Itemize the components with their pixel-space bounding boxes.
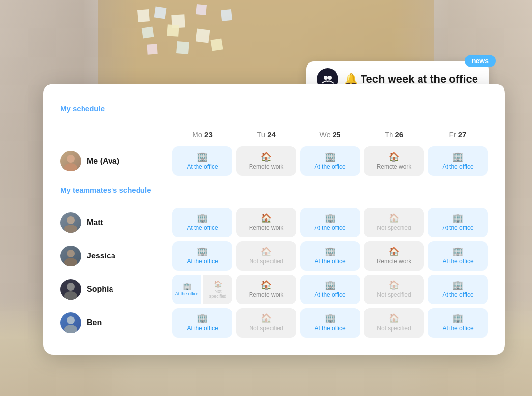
- sophia-fr-label: At the office: [442, 291, 473, 298]
- matt-person-info: Matt: [60, 212, 168, 233]
- jessica-tu-cell[interactable]: 🏠 Not specified: [236, 241, 296, 271]
- ben-tu-cell[interactable]: 🏠 Not specified: [236, 308, 296, 338]
- svg-point-10: [64, 291, 77, 300]
- office-icon: 🏢: [325, 247, 336, 256]
- my-schedule-section: My schedule: [60, 98, 488, 122]
- office-icon: 🏢: [452, 314, 463, 323]
- me-mo-cell[interactable]: 🏢 At the office: [172, 146, 232, 176]
- matt-name: Matt: [87, 218, 103, 227]
- not-specified-icon: 🏠: [261, 314, 272, 323]
- ben-name: Ben: [87, 318, 102, 327]
- matt-we-label: At the office: [314, 225, 345, 231]
- ben-mo-label: At the office: [187, 325, 218, 332]
- sophia-mo-ns-part: 🏠 Not specified: [203, 275, 232, 304]
- sophia-th-cell[interactable]: 🏠 Not specified: [364, 275, 424, 304]
- jessica-fr-label: At the office: [442, 258, 473, 265]
- office-icon: 🏢: [325, 214, 336, 223]
- jessica-fr-cell[interactable]: 🏢 At the office: [428, 241, 488, 271]
- svg-point-3: [64, 163, 77, 171]
- day-header-th: Th26: [364, 126, 424, 142]
- jessica-person-info: Jessica: [60, 246, 168, 266]
- me-th-label: Remote work: [377, 163, 412, 170]
- svg-point-9: [67, 283, 75, 291]
- jessica-tu-label: Not specified: [249, 258, 283, 265]
- office-icon: 🏢: [325, 314, 336, 323]
- sophia-mo-cell[interactable]: 🏢 At the office 🏠 Not specified: [172, 275, 232, 304]
- me-we-cell[interactable]: 🏢 At the office: [300, 146, 360, 176]
- ben-th-cell[interactable]: 🏠 Not specified: [364, 308, 424, 338]
- sophia-tu-cell[interactable]: 🏠 Remote work: [236, 275, 296, 304]
- jessica-we-cell[interactable]: 🏢 At the office: [300, 241, 360, 271]
- matt-th-cell[interactable]: 🏠 Not specified: [364, 208, 424, 237]
- teammates-section: My teammates's schedule: [60, 180, 488, 204]
- ben-mo-cell[interactable]: 🏢 At the office: [172, 308, 232, 338]
- office-icon: 🏢: [452, 214, 463, 223]
- office-icon: 🏢: [325, 152, 336, 161]
- sophia-we-label: At the office: [314, 291, 345, 298]
- day-header-tu: Tu24: [236, 126, 296, 142]
- matt-we-cell[interactable]: 🏢 At the office: [300, 208, 360, 237]
- remote-icon: 🏠: [389, 247, 399, 256]
- day-header-fr: Fr27: [428, 126, 488, 142]
- teammates-label: My teammates's schedule: [60, 186, 488, 194]
- main-card: My schedule Mo23 Tu24 We25 Th26 Fr27: [43, 84, 505, 355]
- sophia-we-cell[interactable]: 🏢 At the office: [300, 275, 360, 304]
- sophia-fr-cell[interactable]: 🏢 At the office: [428, 275, 488, 304]
- svg-point-8: [64, 258, 77, 266]
- remote-icon: 🏠: [389, 152, 399, 161]
- day-header-we: We25: [300, 126, 360, 142]
- matt-tu-label: Remote work: [249, 225, 284, 231]
- ben-avatar: [60, 312, 81, 333]
- remote-icon: 🏠: [261, 152, 272, 161]
- sophia-avatar: [60, 279, 81, 300]
- matt-fr-cell[interactable]: 🏢 At the office: [428, 208, 488, 237]
- me-person-info: Me (Ava): [60, 151, 168, 171]
- jessica-th-label: Remote work: [377, 258, 412, 265]
- office-icon: 🏢: [197, 247, 208, 256]
- ben-fr-label: At the office: [442, 325, 473, 332]
- my-schedule-label: My schedule: [60, 104, 488, 113]
- jessica-mo-label: At the office: [187, 258, 218, 265]
- matt-mo-cell[interactable]: 🏢 At the office: [172, 208, 232, 237]
- matt-fr-label: At the office: [442, 225, 473, 231]
- office-icon: 🏢: [452, 247, 463, 256]
- jessica-th-cell[interactable]: 🏠 Remote work: [364, 241, 424, 271]
- ben-fr-cell[interactable]: 🏢 At the office: [428, 308, 488, 338]
- ben-we-cell[interactable]: 🏢 At the office: [300, 308, 360, 338]
- office-icon: 🏢: [452, 281, 463, 289]
- not-specified-icon: 🏠: [389, 314, 399, 323]
- ben-th-label: Not specified: [377, 325, 411, 332]
- me-th-cell[interactable]: 🏠 Remote work: [364, 146, 424, 176]
- matt-tu-cell[interactable]: 🏠 Remote work: [236, 208, 296, 237]
- office-icon: 🏢: [325, 281, 336, 289]
- remote-icon: 🏠: [261, 281, 272, 289]
- me-tu-cell[interactable]: 🏠 Remote work: [236, 146, 296, 176]
- day-header-mo: Mo23: [172, 126, 232, 142]
- matt-mo-label: At the office: [187, 225, 218, 231]
- office-icon: 🏢: [197, 314, 208, 323]
- jessica-name: Jessica: [87, 252, 115, 260]
- svg-point-12: [64, 325, 77, 333]
- svg-point-5: [67, 216, 75, 224]
- remote-icon: 🏠: [261, 214, 272, 223]
- svg-point-1: [328, 76, 332, 80]
- matt-th-label: Not specified: [377, 225, 411, 231]
- ben-tu-label: Not specified: [249, 325, 283, 332]
- me-name: Me (Ava): [87, 157, 119, 166]
- svg-point-7: [67, 250, 75, 257]
- schedule-grid: My schedule Mo23 Tu24 We25 Th26 Fr27: [60, 98, 488, 338]
- ben-we-label: At the office: [314, 325, 345, 332]
- me-we-label: At the office: [314, 163, 345, 170]
- me-avatar: [60, 151, 81, 171]
- jessica-avatar: [60, 246, 81, 266]
- me-fr-label: At the office: [442, 163, 473, 170]
- sophia-person-info: Sophia: [60, 279, 168, 300]
- jessica-mo-cell[interactable]: 🏢 At the office: [172, 241, 232, 271]
- me-fr-cell[interactable]: 🏢 At the office: [428, 146, 488, 176]
- sophia-mo-office-part: 🏢 At the office: [172, 275, 201, 304]
- sophia-name: Sophia: [87, 285, 113, 294]
- svg-point-6: [64, 225, 77, 233]
- svg-point-2: [67, 155, 75, 163]
- me-mo-label: At the office: [187, 163, 218, 170]
- office-icon: 🏢: [197, 152, 208, 161]
